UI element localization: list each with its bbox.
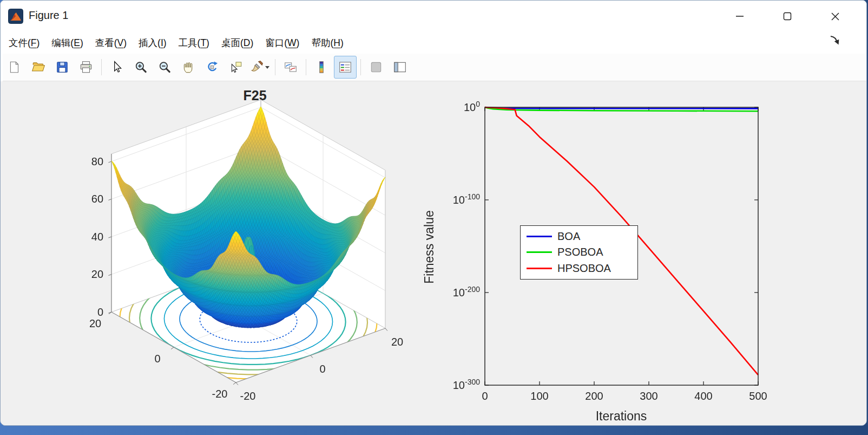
toolbar-separator — [101, 59, 102, 75]
menu-item-T[interactable]: 工具(T) — [173, 33, 215, 53]
toolbar-button-zoom-in[interactable] — [129, 56, 152, 79]
toolbar-button-print-figure[interactable] — [75, 56, 97, 79]
legend-label: HPSOBOA — [557, 262, 611, 275]
x-tick-label: 300 — [640, 390, 657, 402]
toolbar-button-link-plot[interactable] — [279, 56, 302, 79]
menu-item-F[interactable]: 文件(F) — [3, 33, 45, 53]
y-tick-label: 10-300 — [453, 378, 480, 391]
pan-icon — [181, 60, 195, 74]
print-figure-icon — [79, 60, 93, 74]
y-tick-label: 10-100 — [453, 192, 480, 206]
zoom-in-icon — [134, 60, 148, 74]
legend-line-sample — [527, 236, 552, 237]
toolbar-separator — [306, 59, 306, 75]
toolbar-button-data-cursor[interactable] — [225, 56, 247, 79]
new-figure-icon — [8, 60, 22, 74]
surface-plot-canvas[interactable] — [82, 85, 428, 423]
x-tick-label: 500 — [749, 390, 767, 402]
y-tick-label: 100 — [464, 100, 480, 113]
insert-colorbar-icon — [314, 60, 328, 74]
menu-item-H[interactable]: 帮助(H) — [305, 33, 349, 53]
link-plot-icon — [284, 60, 298, 74]
toolbar-button-open-file[interactable] — [27, 56, 50, 79]
figure-area: F25 010020030040050010010-10010-20010-30… — [1, 81, 866, 425]
open-file-icon — [31, 60, 45, 74]
maximize-icon — [783, 12, 792, 21]
toolbar-separator — [275, 59, 275, 75]
toolbar-button-plot-tools-hide[interactable] — [365, 56, 387, 79]
x-tick-label: 0 — [482, 390, 488, 402]
toolbar-button-brush-data[interactable] — [248, 56, 271, 79]
legend-item-PSOBOA[interactable]: PSOBOA — [521, 246, 637, 258]
window-controls — [716, 1, 859, 32]
window-title: Figure 1 — [29, 9, 68, 22]
dock-figure-icon[interactable] — [828, 34, 843, 48]
zoom-out-icon — [157, 60, 172, 74]
minimize-button[interactable] — [716, 1, 764, 32]
legend-line-sample — [527, 268, 552, 269]
menu-item-V[interactable]: 查看(V) — [89, 33, 133, 53]
figure-window: Figure 1 文件(F)编辑(E)查看(V)插入(I)工具(T)桌面(D)窗… — [0, 0, 867, 426]
legend[interactable]: BOAPSOBOAHPSOBOA — [520, 225, 638, 280]
maximize-button[interactable] — [764, 1, 811, 32]
insert-legend-icon — [338, 60, 352, 74]
x-axis-label: Iterations — [596, 409, 647, 424]
rotate-3d-icon — [205, 60, 219, 74]
legend-label: PSOBOA — [557, 246, 603, 258]
close-icon — [831, 12, 840, 21]
toolbar-button-new-figure[interactable] — [3, 56, 26, 79]
menu-item-E[interactable]: 编辑(E) — [45, 33, 89, 53]
menu-item-D[interactable]: 桌面(D) — [215, 33, 259, 53]
y-axis-label: Fitness value — [422, 210, 437, 284]
title-bar[interactable]: Figure 1 — [1, 1, 866, 32]
toolbar-button-zoom-out[interactable] — [153, 56, 176, 79]
toolbar-button-plot-tools-show[interactable] — [389, 56, 411, 79]
brush-data-icon — [250, 60, 264, 74]
close-button[interactable] — [811, 1, 859, 32]
matlab-icon — [8, 9, 23, 24]
legend-item-BOA[interactable]: BOA — [521, 230, 637, 243]
x-tick-label: 200 — [585, 390, 603, 402]
plot-tools-hide-icon — [369, 60, 383, 74]
x-tick-label: 400 — [694, 390, 712, 402]
toolbar-button-edit-cursor[interactable] — [106, 56, 128, 79]
toolbar-separator — [360, 59, 361, 75]
menu-item-W[interactable]: 窗口(W) — [259, 33, 305, 53]
x-tick-label: 100 — [530, 390, 548, 402]
convergence-plot-svg: 010020030040050010010-10010-20010-300 — [423, 87, 866, 426]
legend-label: BOA — [557, 230, 580, 243]
menu-bar: 文件(F)编辑(E)查看(V)插入(I)工具(T)桌面(D)窗口(W)帮助(H) — [3, 32, 828, 54]
menu-item-I[interactable]: 插入(I) — [133, 33, 173, 53]
convergence-plot[interactable]: 010020030040050010010-10010-20010-300 Fi… — [423, 87, 866, 426]
edit-cursor-icon — [110, 60, 124, 74]
y-tick-label: 10-200 — [453, 285, 480, 298]
plot-tools-show-icon — [393, 60, 407, 74]
toolbar-button-rotate-3d[interactable] — [201, 56, 223, 79]
brush-dropdown-arrow-icon[interactable] — [265, 66, 269, 69]
toolbar-button-save-figure[interactable] — [51, 56, 74, 79]
legend-line-sample — [527, 251, 552, 253]
legend-item-HPSOBOA[interactable]: HPSOBOA — [521, 262, 637, 275]
data-cursor-icon — [229, 60, 243, 74]
save-figure-icon — [55, 60, 69, 74]
minimize-icon — [735, 12, 744, 21]
toolbar — [3, 54, 866, 81]
toolbar-button-pan[interactable] — [177, 56, 200, 79]
toolbar-button-insert-legend[interactable] — [334, 56, 357, 79]
toolbar-button-insert-colorbar[interactable] — [310, 56, 333, 79]
